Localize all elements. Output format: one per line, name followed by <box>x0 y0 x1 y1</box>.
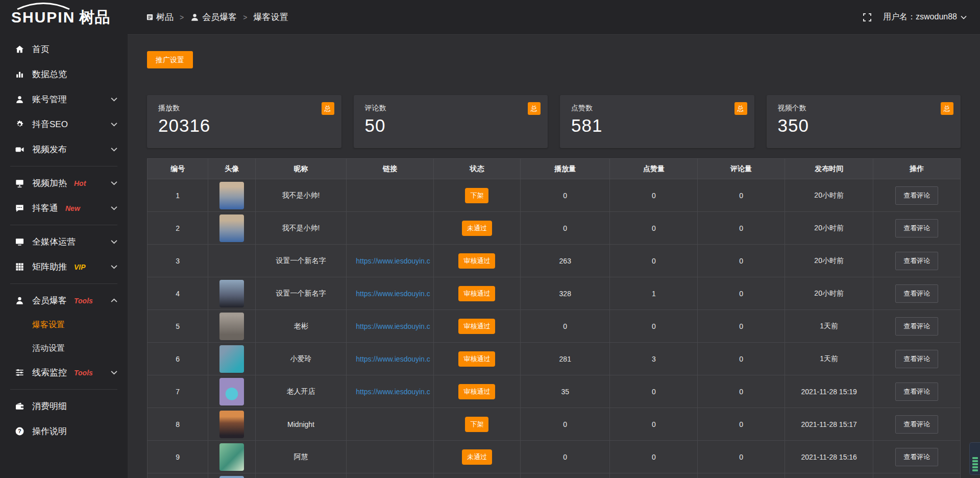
cell-publish-time: 1天前 <box>785 343 873 375</box>
content: 推广设置 播放数20316总评论数50总点赞数581总视频个数350总 编号头像… <box>128 35 980 478</box>
cell-comments: 0 <box>698 310 785 343</box>
sidebar-item-video-publish[interactable]: 视频发布 <box>0 137 128 162</box>
cell-nickname: 我不是小帅! <box>255 179 346 212</box>
fullscreen-icon[interactable] <box>863 13 872 22</box>
column-header: 操作 <box>873 159 961 179</box>
video-link[interactable]: https://www.iesdouyin.c <box>356 355 430 363</box>
cell-number: 7 <box>148 375 208 408</box>
column-header: 昵称 <box>255 159 346 179</box>
video-link[interactable]: https://www.iesdouyin.c <box>356 257 430 265</box>
stat-card-total-badge: 总 <box>734 102 747 115</box>
cell-link: https://www.iesdouyin.c <box>347 375 433 408</box>
sidebar-item-clue-monitor[interactable]: 线索监控Tools <box>0 360 128 385</box>
sidebar-subitem-item[interactable]: 活动设置 <box>0 337 128 360</box>
cell-plays: 281 <box>521 343 610 375</box>
gear-icon <box>14 119 24 130</box>
cell-nickname: 老彬 <box>255 310 346 343</box>
sidebar-item-label: 矩阵助推 <box>32 261 67 273</box>
sidebar-item-label: 账号管理 <box>32 93 67 105</box>
sidebar-item-label: 抖客通 <box>32 202 58 214</box>
sidebar-item-operation-guide[interactable]: ?操作说明 <box>0 419 128 444</box>
stat-card-value: 50 <box>365 115 537 136</box>
sidebar-item-matrix-boost[interactable]: 矩阵助推VIP <box>0 254 128 279</box>
view-comments-button[interactable]: 查看评论 <box>895 383 938 401</box>
view-comments-button[interactable]: 查看评论 <box>895 350 938 368</box>
cell-plays: 0 <box>521 179 610 212</box>
video-link[interactable]: https://www.iesdouyin.c <box>356 322 430 330</box>
sidebar-item-member-baoke[interactable]: 会员爆客Tools <box>0 288 128 313</box>
chevron-down-icon <box>111 147 117 152</box>
avatar <box>219 378 244 405</box>
breadcrumb-item[interactable]: 会员爆客 <box>190 11 237 23</box>
view-comments-button[interactable]: 查看评论 <box>895 415 938 434</box>
cell-nickname: 阿慧 <box>255 441 346 473</box>
cell-likes: 0 <box>610 375 698 408</box>
sidebar-item-video-heat[interactable]: 视频加热Hot <box>0 171 128 196</box>
sidebar-item-consume-detail[interactable]: 消费明细 <box>0 394 128 419</box>
screen-icon <box>14 178 24 188</box>
status-badge: 未通过 <box>462 221 492 236</box>
cell-publish-time: 2021-11-28 15:19 <box>785 375 873 408</box>
sidebar-item-all-media-operation[interactable]: 全媒体运营 <box>0 229 128 254</box>
view-comments-button[interactable]: 查看评论 <box>895 317 938 336</box>
wallet-icon <box>14 401 24 412</box>
breadcrumb-label: 爆客设置 <box>253 11 288 23</box>
stat-card-label: 评论数 <box>365 104 537 113</box>
cell-nickname: 小爱玲 <box>255 343 346 375</box>
sidebar-item-home[interactable]: 首页 <box>0 37 128 62</box>
sidebar-badge-new: New <box>65 204 80 212</box>
cell-number: 10 <box>148 473 208 478</box>
cell-status: 审核通过 <box>433 277 520 310</box>
cell-link <box>347 212 433 245</box>
cell-plays <box>521 473 610 478</box>
logo-text-cn: 树品 <box>79 7 110 28</box>
cell-action: 查看评论 <box>873 212 961 245</box>
cell-nickname: 设置一个新名字 <box>255 277 346 310</box>
promotion-settings-button[interactable]: 推广设置 <box>147 51 193 68</box>
view-comments-button[interactable]: 查看评论 <box>895 448 938 466</box>
view-comments-button[interactable]: 查看评论 <box>895 219 938 237</box>
video-icon <box>14 145 24 155</box>
view-comments-button[interactable]: 查看评论 <box>895 252 938 270</box>
chevron-down-icon <box>111 370 117 375</box>
logo-arc-icon <box>12 3 75 10</box>
matrix-icon <box>14 262 24 272</box>
cell-publish-time <box>785 473 873 478</box>
cell-comments: 0 <box>698 441 785 473</box>
sidebar-badge-tools: Tools <box>74 297 93 305</box>
view-comments-button[interactable]: 查看评论 <box>895 284 938 303</box>
cell-publish-time: 1天前 <box>785 310 873 343</box>
sidebar-item-label: 会员爆客 <box>32 295 67 306</box>
records-table: 编号头像昵称链接状态播放量点赞量评论量发布时间操作 1 我不是小帅! 下架 0 … <box>147 158 961 478</box>
sidebar-item-data-overview[interactable]: 数据总览 <box>0 62 128 87</box>
stat-card: 点赞数581总 <box>560 95 754 148</box>
status-badge: 审核通过 <box>458 286 495 301</box>
cell-nickname: 设置一个新名字 <box>255 245 346 277</box>
sidebar-item-doukeutong[interactable]: 抖客通New <box>0 196 128 221</box>
sidebar-item-douyin-seo[interactable]: 抖音SEO <box>0 112 128 137</box>
sidebar-item-account-management[interactable]: 账号管理 <box>0 87 128 112</box>
cell-plays: 0 <box>521 441 610 473</box>
view-comments-button[interactable]: 查看评论 <box>895 186 938 205</box>
cell-number: 2 <box>148 212 208 245</box>
breadcrumb-item[interactable]: 爆客设置 <box>253 11 288 23</box>
chevron-down-icon <box>111 97 117 102</box>
user-menu[interactable]: 用户名：zswodun88 <box>883 12 967 22</box>
breadcrumb-item[interactable]: 树品 <box>146 11 174 23</box>
cell-plays: 0 <box>521 212 610 245</box>
floating-widget[interactable] <box>969 442 980 475</box>
sidebar-subitem-active[interactable]: 爆客设置 <box>0 313 128 337</box>
cell-number: 6 <box>148 343 208 375</box>
table-row: 9 阿慧 未通过 0 0 0 2021-11-28 15:16 查看评论 <box>148 441 961 473</box>
stat-card-value: 350 <box>778 115 950 136</box>
column-header: 点赞量 <box>610 159 698 179</box>
cell-action: 查看评论 <box>873 245 961 277</box>
cell-avatar <box>208 212 255 245</box>
person-icon <box>14 296 24 306</box>
video-link[interactable]: https://www.iesdouyin.c <box>356 290 430 298</box>
cell-number: 3 <box>148 245 208 277</box>
video-link[interactable]: https://www.iesdouyin.c <box>356 388 430 396</box>
cell-action: 查看评论 <box>873 310 961 343</box>
column-header: 发布时间 <box>785 159 873 179</box>
cell-publish-time: 2021-11-28 15:16 <box>785 441 873 473</box>
